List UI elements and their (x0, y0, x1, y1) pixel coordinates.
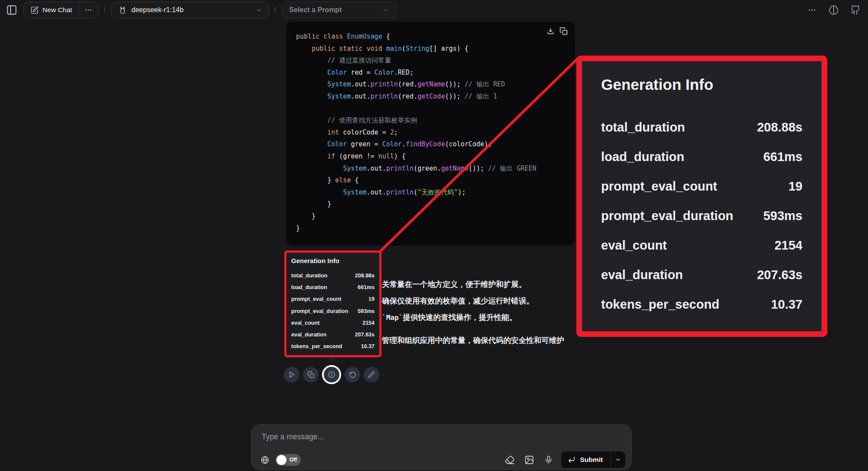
app-window: New Chat / deepseek-r1:14b (0, 0, 868, 471)
stat-label: total_duration (601, 120, 685, 135)
generation-info-row: total_duration208.88s (291, 270, 375, 281)
regenerate-icon (349, 371, 356, 379)
stat-label: tokens_per_second (601, 297, 719, 312)
generation-info-zoom-title: Generation Info (601, 76, 802, 93)
code-line: // 使用查找方法获取枚举实例 (296, 115, 536, 127)
stat-label: total_duration (291, 273, 327, 279)
stat-label: eval_duration (291, 332, 326, 338)
stat-label: eval_count (601, 238, 667, 253)
generation-info-button[interactable] (322, 365, 341, 384)
stat-value: 207.63s (355, 332, 375, 338)
brain-icon (829, 5, 839, 15)
toggle-knob (276, 455, 286, 465)
generation-info-row: prompt_eval_duration593ms (601, 201, 802, 231)
attach-image-button[interactable] (523, 453, 536, 466)
submit-split-button: Submit (561, 451, 625, 468)
submit-options-button[interactable] (611, 451, 625, 468)
code-line: if (green != null) { (296, 151, 536, 163)
prompt-selector[interactable]: Select a Prompt (282, 2, 397, 18)
chevron-down-icon (256, 7, 262, 13)
generation-info-row: eval_count2154 (291, 317, 375, 329)
voice-input-button[interactable] (542, 453, 555, 466)
code-line (296, 103, 536, 115)
code-line: public class EnumUsage { (296, 31, 536, 43)
generation-info-row: total_duration208.88s (601, 112, 802, 142)
code-line: } (296, 223, 536, 235)
code-download-button[interactable] (546, 27, 555, 36)
mic-icon (544, 455, 553, 464)
code-line: System.out.println(red.getCode()); // 输出… (296, 91, 536, 103)
stat-value: 10.37 (771, 297, 802, 312)
code-line: Color red = Color.RED; (296, 67, 536, 79)
message-line: `Map`提供快速的查找操作，提升性能。 (382, 312, 578, 323)
stat-value: 19 (789, 179, 802, 194)
chat-more-options-button[interactable] (79, 2, 98, 18)
generation-info-row: eval_duration207.63s (291, 329, 375, 340)
generation-info-row: load_duration661ms (291, 281, 375, 293)
enter-icon (568, 456, 575, 464)
ellipsis-icon (808, 6, 816, 14)
regenerate-button[interactable] (345, 367, 360, 382)
stat-value: 208.88s (355, 273, 375, 279)
web-search-button[interactable] (258, 453, 271, 466)
download-icon (546, 27, 555, 35)
stat-label: tokens_per_second (291, 343, 342, 349)
new-chat-pencil-icon (30, 6, 39, 14)
generation-info-row: prompt_eval_duration593ms (291, 305, 375, 317)
edit-message-button[interactable] (364, 367, 379, 382)
top-bar-right (806, 0, 868, 20)
message-line: 确保仅使用有效的枚举值，减少运行时错误。 (382, 296, 578, 306)
stat-value: 2154 (362, 320, 375, 326)
code-line: // 通过直接访问常量 (296, 55, 536, 67)
info-icon (328, 371, 335, 379)
stat-label: prompt_eval_duration (291, 308, 348, 314)
stat-label: load_duration (291, 284, 327, 290)
clear-button[interactable] (503, 453, 516, 466)
message-input[interactable]: Type a message... (262, 432, 324, 441)
message-composer: Type a message... Off (251, 424, 632, 470)
generation-info-title: Generation Info (291, 257, 375, 264)
more-options-button[interactable] (806, 3, 819, 16)
stat-value: 10.37 (361, 343, 375, 349)
generation-info-row: tokens_per_second10.37 (291, 341, 375, 352)
stat-label: load_duration (601, 150, 684, 164)
sidebar-toggle-button[interactable] (5, 3, 18, 16)
stat-label: eval_duration (601, 268, 683, 282)
model-selector[interactable]: deepseek-r1:14b (111, 2, 269, 18)
github-button[interactable] (849, 3, 862, 16)
stat-value: 593ms (763, 209, 802, 223)
chevron-down-icon (615, 457, 621, 463)
breadcrumb-separator: / (274, 6, 276, 14)
stat-value: 208.88s (757, 120, 802, 135)
code-line: } (296, 198, 536, 211)
stat-value: 19 (368, 296, 375, 302)
read-aloud-button[interactable] (284, 367, 299, 382)
code-toolbar (546, 27, 568, 36)
ellipsis-icon (85, 6, 92, 14)
copy-message-button[interactable] (303, 367, 319, 382)
composer-right-icons (503, 453, 555, 466)
play-icon (288, 371, 295, 378)
new-chat-button[interactable]: New Chat (24, 2, 79, 18)
github-icon (850, 5, 861, 15)
code-copy-button[interactable] (559, 27, 568, 36)
submit-button[interactable]: Submit (561, 451, 610, 468)
generation-info-row: tokens_per_second10.37 (601, 290, 802, 319)
stat-label: prompt_eval_count (291, 296, 341, 302)
web-search-toggle[interactable]: Off (276, 454, 301, 466)
stat-value: 661ms (358, 284, 375, 290)
controls-button[interactable] (827, 3, 840, 16)
top-bar: New Chat / deepseek-r1:14b (0, 0, 868, 20)
stat-value: 2154 (774, 238, 802, 253)
generation-info-tooltip: Generation Info total_duration208.88sloa… (284, 250, 381, 357)
message-line: 管理和组织应用中的常量，确保代码的安全性和可维护 (382, 335, 578, 346)
generation-info-row: eval_count2154 (601, 231, 802, 260)
stat-label: prompt_eval_duration (601, 209, 733, 223)
top-bar-left: New Chat / deepseek-r1:14b (5, 0, 397, 20)
generation-info-rows: total_duration208.88sload_duration661msp… (291, 270, 375, 352)
submit-label: Submit (580, 456, 603, 464)
prompt-selector-label: Select a Prompt (289, 6, 342, 14)
message-actions (284, 365, 379, 384)
copy-icon (559, 27, 568, 36)
generation-info-row: load_duration661ms (601, 142, 802, 171)
